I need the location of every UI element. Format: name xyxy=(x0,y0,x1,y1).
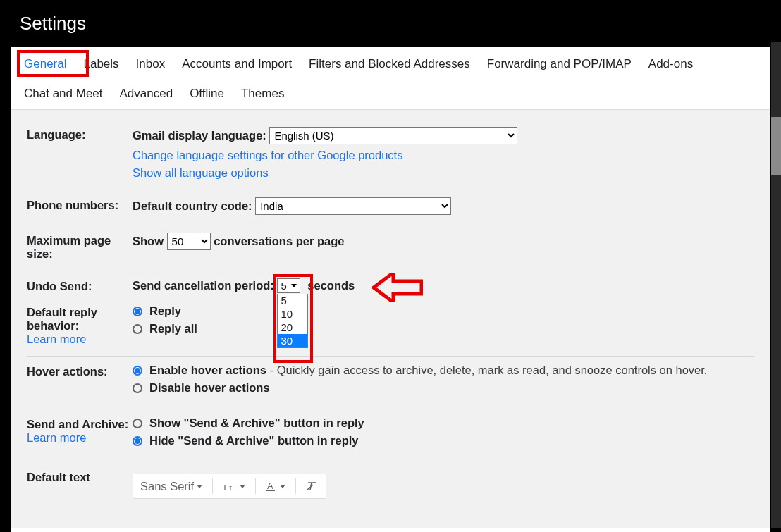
label-phone: Phone numbers: xyxy=(27,197,133,212)
tab-advanced[interactable]: Advanced xyxy=(120,87,173,101)
desc-enable-hover: - Quickly gain access to archive, delete… xyxy=(266,364,708,376)
tab-addons[interactable]: Add-ons xyxy=(648,57,693,71)
tab-chat-meet[interactable]: Chat and Meet xyxy=(24,87,103,101)
label-undo-send: Undo Send: xyxy=(27,278,133,293)
label-reply: Reply xyxy=(149,304,181,318)
chevron-down-icon xyxy=(280,485,285,488)
content-area: General Labels Inbox Accounts and Import… xyxy=(11,47,770,532)
row-hover: Hover actions: Enable hover actions - Qu… xyxy=(27,357,754,409)
label-show-send-archive: Show "Send & Archive" button in reply xyxy=(149,416,364,430)
annotation-arrow-icon xyxy=(372,273,423,302)
label-cancel-period: Send cancellation period: xyxy=(133,279,274,292)
settings-body: Language: Gmail display language: Englis… xyxy=(11,109,770,528)
tab-themes[interactable]: Themes xyxy=(241,87,284,101)
label-hide-send-archive: Hide "Send & Archive" button in reply xyxy=(149,434,358,447)
svg-rect-3 xyxy=(266,490,275,491)
clear-formatting-button[interactable] xyxy=(306,481,319,492)
label-reply-all: Reply all xyxy=(149,322,197,335)
row-pagesize: Maximum page size: Show 50 conversations… xyxy=(27,225,754,271)
svg-text:т: т xyxy=(223,481,227,492)
link-change-language[interactable]: Change language settings for other Googl… xyxy=(133,149,402,161)
chevron-down-icon xyxy=(240,485,245,488)
radio-reply[interactable] xyxy=(133,307,142,316)
chevron-down-icon xyxy=(197,485,202,488)
tab-accounts-import[interactable]: Accounts and Import xyxy=(182,57,292,71)
select-country-code[interactable]: India xyxy=(255,197,451,215)
tab-general[interactable]: General xyxy=(24,57,66,71)
label-country-code: Default country code: xyxy=(133,199,252,212)
radio-hide-send-archive[interactable] xyxy=(133,436,142,446)
label-seconds: seconds xyxy=(307,279,355,292)
label-disable-hover: Disable hover actions xyxy=(149,381,270,395)
text-format-toolbar: Sans Serif тт A xyxy=(133,474,326,499)
radio-reply-all[interactable] xyxy=(133,324,142,334)
row-default-reply: Default reply behavior: Learn more Reply… xyxy=(27,297,754,357)
tab-inbox[interactable]: Inbox xyxy=(136,57,166,71)
undo-option-20[interactable]: 20 xyxy=(278,321,307,334)
select-pagesize[interactable]: 50 xyxy=(167,233,211,250)
label-enable-hover: Enable hover actions xyxy=(149,364,266,376)
dropdown-undo-options[interactable]: 5 10 20 30 xyxy=(277,294,308,348)
link-show-all-languages[interactable]: Show all language options xyxy=(133,166,269,179)
undo-option-30[interactable]: 30 xyxy=(278,334,307,347)
label-default-reply-text: Default reply behavior: xyxy=(27,306,97,332)
separator xyxy=(212,478,213,494)
link-learn-more-reply[interactable]: Learn more xyxy=(27,333,86,345)
label-hover: Hover actions: xyxy=(27,364,133,378)
label-pagesize: Maximum page size: xyxy=(27,233,133,261)
label-language: Language: xyxy=(27,127,133,142)
row-default-text: Default text Sans Serif тт A xyxy=(27,462,754,503)
label-default-text: Default text xyxy=(27,469,133,484)
separator xyxy=(255,478,256,494)
label-display-language: Gmail display language: xyxy=(133,129,266,142)
label-conv-per-page: conversations per page xyxy=(214,235,344,247)
tabs-nav: General Labels Inbox Accounts and Import… xyxy=(11,47,770,109)
separator xyxy=(295,478,296,494)
select-display-language[interactable]: English (US) xyxy=(269,127,517,144)
row-send-archive: Send and Archive: Learn more Show "Send … xyxy=(27,409,754,462)
svg-text:т: т xyxy=(229,484,232,491)
tab-offline[interactable]: Offline xyxy=(190,87,224,101)
link-learn-more-sendarchive[interactable]: Learn more xyxy=(27,431,86,444)
label-default-reply: Default reply behavior: Learn more xyxy=(27,304,133,346)
undo-option-5[interactable]: 5 xyxy=(278,294,307,307)
undo-option-10[interactable]: 10 xyxy=(278,307,307,321)
label-show: Show xyxy=(133,235,164,247)
tab-labels[interactable]: Labels xyxy=(83,57,118,71)
tab-filters-blocked[interactable]: Filters and Blocked Addresses xyxy=(309,57,470,71)
row-undo-send: Undo Send: Send cancellation period: 5 5… xyxy=(27,271,754,297)
font-name: Sans Serif xyxy=(140,480,194,493)
label-send-archive: Send and Archive: Learn more xyxy=(27,416,133,445)
select-undo-period[interactable]: 5 xyxy=(277,278,300,293)
radio-enable-hover[interactable] xyxy=(133,366,142,376)
row-phone: Phone numbers: Default country code: Ind… xyxy=(27,190,754,225)
text-size-button[interactable]: тт xyxy=(223,481,245,492)
scrollbar-track[interactable] xyxy=(771,42,781,528)
tab-forwarding-pop-imap[interactable]: Forwarding and POP/IMAP xyxy=(487,57,632,71)
row-language: Language: Gmail display language: Englis… xyxy=(27,120,754,190)
scrollbar-thumb[interactable] xyxy=(771,117,781,175)
label-send-archive-text: Send and Archive: xyxy=(27,418,128,431)
radio-disable-hover[interactable] xyxy=(133,383,142,393)
page-title: Settings xyxy=(0,0,781,47)
text-color-button[interactable]: A xyxy=(266,481,285,492)
radio-show-send-archive[interactable] xyxy=(133,419,142,428)
svg-text:A: A xyxy=(267,481,273,491)
font-picker[interactable]: Sans Serif xyxy=(140,480,202,493)
